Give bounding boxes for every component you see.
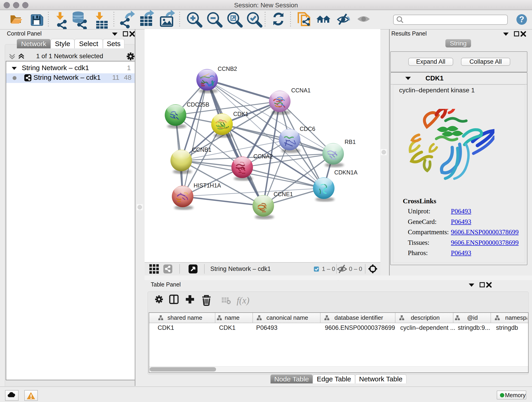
- svg-text:description: description: [411, 314, 440, 321]
- svg-text:CCNB1: CCNB1: [192, 147, 211, 153]
- svg-text:RB1: RB1: [345, 139, 356, 145]
- svg-text:CDC6: CDC6: [300, 126, 315, 132]
- svg-text:CCNA1: CCNA1: [291, 87, 311, 94]
- svg-text:CCNA2: CCNA2: [253, 153, 273, 160]
- svg-text:shared name: shared name: [167, 314, 202, 321]
- svg-text:namespac: namespac: [505, 314, 527, 321]
- svg-text:CCNB2: CCNB2: [218, 65, 237, 72]
- svg-text:@id: @id: [467, 314, 478, 321]
- svg-text:1 – 0: 1 – 0: [322, 265, 335, 272]
- svg-text:CCNE1: CCNE1: [273, 191, 293, 197]
- svg-text:f(x): f(x): [237, 295, 249, 306]
- svg-text:CDC25B: CDC25B: [187, 101, 209, 108]
- svg-text:0 – 0: 0 – 0: [349, 265, 362, 272]
- svg-text:CDKN1A: CDKN1A: [334, 169, 358, 176]
- svg-text:HIST1H1A: HIST1H1A: [194, 182, 221, 189]
- svg-text:String Network – cdk1: String Network – cdk1: [210, 265, 271, 272]
- svg-text:name: name: [225, 314, 239, 321]
- svg-text:canonical name: canonical name: [266, 314, 308, 321]
- svg-text:CDK1: CDK1: [233, 111, 249, 117]
- svg-text:database identifier: database identifier: [335, 314, 383, 321]
